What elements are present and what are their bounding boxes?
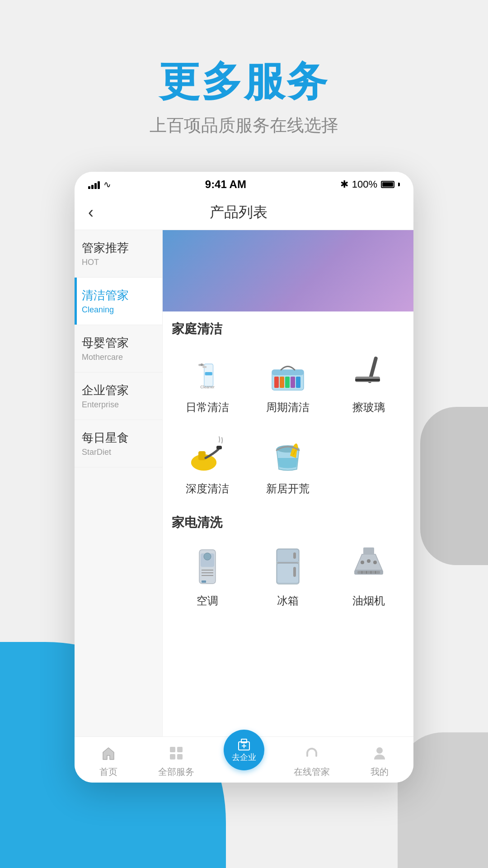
tab-center-button[interactable]: 去企业 [224,730,264,770]
tab-services-label: 全部服务 [158,766,194,778]
sidebar-item-enterprise[interactable]: 企业管家 Enterprise [75,373,162,420]
page-title: 更多服务 [0,54,488,109]
promo-banner [163,230,413,311]
sidebar-item-stardiet-sub: StarDiet [82,448,155,457]
bar4 [98,181,100,189]
daily-cleaning-label: 日常清洁 [186,400,229,415]
home-cleaning-row1: Cleaner 日常清洁 [167,342,409,424]
svg-rect-36 [357,571,380,574]
tab-manager[interactable]: 在线管家 [278,743,346,778]
sidebar-item-enterprise-label: 企业管家 [82,382,155,398]
appliance-row1: 空调 [167,536,409,617]
sidebar-item-stardiet[interactable]: 每日星食 StarDiet [75,420,162,467]
svg-rect-45 [177,747,183,752]
svg-rect-19 [216,446,222,449]
svg-point-42 [367,559,371,563]
section-title-home-cleaning: 家庭清洁 [163,311,413,342]
sidebar-item-enterprise-sub: Enterprise [82,400,155,410]
tab-enterprise[interactable]: 去企业 [210,743,278,778]
svg-rect-52 [306,753,308,757]
tab-enterprise-label: 去企业 [232,752,256,763]
rangehood-label: 油烟机 [352,594,385,608]
tab-services[interactable]: 全部服务 [142,743,210,778]
tab-home[interactable]: 首页 [75,743,142,778]
svg-rect-7 [272,370,304,375]
rangehood-icon [344,543,394,588]
svg-rect-12 [296,377,300,388]
battery-body [381,181,394,188]
home-cleaning-grid: Cleaner 日常清洁 [163,342,413,505]
sidebar-item-mothercare-label: 母婴管家 [82,335,155,351]
bar1 [88,186,90,189]
appliance-grid: 空调 [163,536,413,617]
svg-rect-10 [285,377,290,388]
svg-rect-11 [291,377,295,388]
svg-rect-47 [177,754,183,760]
grid-item-ac[interactable]: 空调 [167,536,248,617]
page-subtitle: 上百项品质服务在线选择 [0,114,488,137]
sidebar-item-hot-sub: HOT [82,258,155,267]
sidebar-item-cleaning[interactable]: 清洁管家 Cleaning [75,278,162,325]
right-content: 家庭清洁 Cleaner [163,230,413,736]
fridge-label: 冰箱 [277,594,299,608]
tab-home-label: 首页 [99,766,117,778]
nav-bar: ‹ 产品列表 [75,195,413,230]
sidebar-item-cleaning-label: 清洁管家 [82,288,155,303]
section-title-appliance: 家电清洗 [163,505,413,536]
sidebar-item-hot[interactable]: 管家推荐 HOT [75,230,162,278]
svg-rect-35 [363,547,374,555]
svg-rect-18 [198,451,206,460]
background-right-mid [420,407,488,565]
daily-cleaning-icon: Cleaner [183,349,232,395]
ac-icon [183,543,232,588]
svg-rect-53 [315,753,317,757]
sidebar: 管家推荐 HOT 清洁管家 Cleaning 母婴管家 Mothercare 企… [75,230,163,736]
signal-bars [88,180,100,189]
grid-item-rangehood[interactable]: 油烟机 [328,536,409,617]
back-button[interactable]: ‹ [88,203,94,222]
window-cleaning-label: 擦玻璃 [352,400,385,415]
svg-rect-2 [202,366,206,368]
headset-icon [302,743,322,763]
tab-manager-label: 在线管家 [294,766,330,778]
phone-mockup: ∿ 9:41 AM ✱ 100% ‹ 产品列表 管家推荐 HOT 清洁管家 Cl [75,172,413,783]
svg-rect-32 [293,567,296,577]
battery-tip [398,183,400,186]
bar3 [94,183,97,189]
grid-icon [166,743,186,763]
tab-mine-label: 我的 [371,766,389,778]
bluetooth-icon: ✱ [340,179,348,190]
tab-mine[interactable]: 我的 [346,743,413,778]
periodic-cleaning-icon [263,349,313,395]
grid-item-periodic-cleaning[interactable]: 周期清洁 [248,342,328,424]
grid-item-new-home[interactable]: 新居开荒 [248,424,328,505]
periodic-cleaning-label: 周期清洁 [266,400,310,415]
svg-point-41 [361,561,364,564]
svg-rect-8 [274,377,279,388]
battery-pct: 100% [352,179,377,190]
svg-rect-1 [205,372,212,375]
ac-label: 空调 [197,594,218,608]
svg-rect-31 [293,552,296,559]
sidebar-item-cleaning-sub: Cleaning [82,305,155,315]
window-cleaning-icon [344,349,394,395]
person-icon [370,743,389,763]
grid-item-daily-cleaning[interactable]: Cleaner 日常清洁 [167,342,248,424]
status-time: 9:41 AM [205,178,246,191]
grid-item-fridge[interactable]: 冰箱 [248,536,328,617]
sidebar-item-mothercare-sub: Mothercare [82,353,155,362]
grid-item-window-cleaning[interactable]: 擦玻璃 [328,342,409,424]
svg-point-4 [201,363,203,366]
svg-rect-27 [202,580,206,583]
grid-item-deep-cleaning[interactable]: 深度清洁 [167,424,248,505]
home-cleaning-row2: 深度清洁 [167,424,409,505]
svg-rect-46 [170,754,175,760]
new-home-icon [263,431,313,476]
sidebar-item-mothercare[interactable]: 母婴管家 Mothercare [75,325,162,373]
fridge-icon [263,543,313,588]
status-bar: ∿ 9:41 AM ✱ 100% [75,172,413,195]
status-signal: ∿ [88,179,111,190]
nav-title: 产品列表 [94,203,384,222]
wifi-icon: ∿ [103,179,111,190]
status-battery: ✱ 100% [340,179,400,190]
